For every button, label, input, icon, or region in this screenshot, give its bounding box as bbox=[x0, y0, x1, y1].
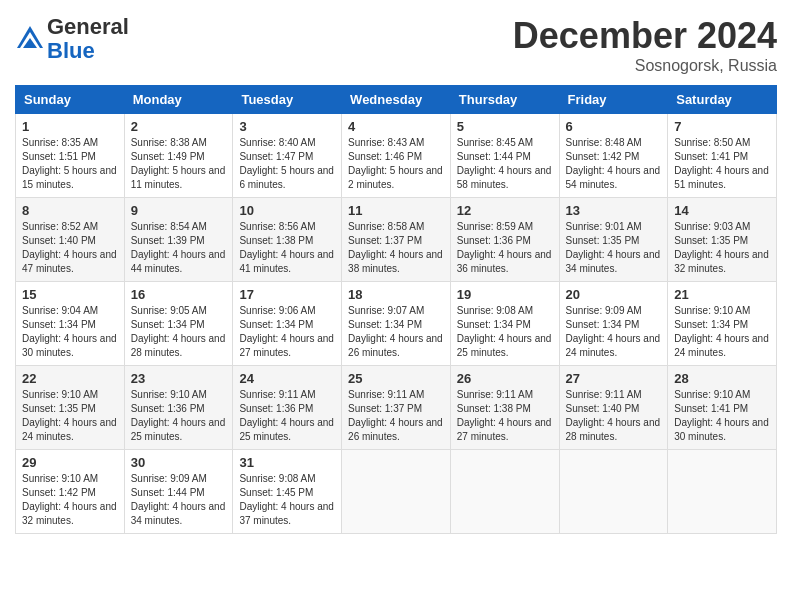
sunrise-label: Sunrise: 9:06 AM bbox=[239, 305, 315, 316]
sunrise-label: Sunrise: 8:35 AM bbox=[22, 137, 98, 148]
cell-content: Sunrise: 9:04 AM Sunset: 1:34 PM Dayligh… bbox=[22, 304, 118, 360]
daylight-label: Daylight: 5 hours and 15 minutes. bbox=[22, 165, 117, 190]
daylight-label: Daylight: 4 hours and 41 minutes. bbox=[239, 249, 334, 274]
daylight-label: Daylight: 4 hours and 44 minutes. bbox=[131, 249, 226, 274]
sunrise-label: Sunrise: 9:10 AM bbox=[131, 389, 207, 400]
calendar-cell: 7 Sunrise: 8:50 AM Sunset: 1:41 PM Dayli… bbox=[668, 114, 777, 198]
daylight-label: Daylight: 4 hours and 25 minutes. bbox=[131, 417, 226, 442]
calendar-cell bbox=[342, 450, 451, 534]
cell-content: Sunrise: 9:05 AM Sunset: 1:34 PM Dayligh… bbox=[131, 304, 227, 360]
calendar-cell: 15 Sunrise: 9:04 AM Sunset: 1:34 PM Dayl… bbox=[16, 282, 125, 366]
daylight-label: Daylight: 5 hours and 2 minutes. bbox=[348, 165, 443, 190]
cell-content: Sunrise: 9:03 AM Sunset: 1:35 PM Dayligh… bbox=[674, 220, 770, 276]
sunset-label: Sunset: 1:34 PM bbox=[566, 319, 640, 330]
cell-content: Sunrise: 9:10 AM Sunset: 1:42 PM Dayligh… bbox=[22, 472, 118, 528]
cell-content: Sunrise: 9:11 AM Sunset: 1:38 PM Dayligh… bbox=[457, 388, 553, 444]
calendar-cell: 16 Sunrise: 9:05 AM Sunset: 1:34 PM Dayl… bbox=[124, 282, 233, 366]
day-number: 27 bbox=[566, 371, 662, 386]
calendar-week-row: 22 Sunrise: 9:10 AM Sunset: 1:35 PM Dayl… bbox=[16, 366, 777, 450]
daylight-label: Daylight: 4 hours and 34 minutes. bbox=[131, 501, 226, 526]
sunset-label: Sunset: 1:35 PM bbox=[566, 235, 640, 246]
sunrise-label: Sunrise: 8:48 AM bbox=[566, 137, 642, 148]
sunrise-label: Sunrise: 9:09 AM bbox=[566, 305, 642, 316]
daylight-label: Daylight: 4 hours and 24 minutes. bbox=[566, 333, 661, 358]
sunset-label: Sunset: 1:36 PM bbox=[131, 403, 205, 414]
calendar-cell: 30 Sunrise: 9:09 AM Sunset: 1:44 PM Dayl… bbox=[124, 450, 233, 534]
logo-blue-text: Blue bbox=[47, 38, 95, 63]
day-number: 20 bbox=[566, 287, 662, 302]
calendar-cell: 28 Sunrise: 9:10 AM Sunset: 1:41 PM Dayl… bbox=[668, 366, 777, 450]
cell-content: Sunrise: 9:10 AM Sunset: 1:36 PM Dayligh… bbox=[131, 388, 227, 444]
daylight-label: Daylight: 4 hours and 54 minutes. bbox=[566, 165, 661, 190]
daylight-label: Daylight: 5 hours and 6 minutes. bbox=[239, 165, 334, 190]
day-number: 9 bbox=[131, 203, 227, 218]
calendar-cell bbox=[450, 450, 559, 534]
sunset-label: Sunset: 1:44 PM bbox=[457, 151, 531, 162]
cell-content: Sunrise: 9:09 AM Sunset: 1:34 PM Dayligh… bbox=[566, 304, 662, 360]
calendar-cell: 11 Sunrise: 8:58 AM Sunset: 1:37 PM Dayl… bbox=[342, 198, 451, 282]
calendar-cell: 14 Sunrise: 9:03 AM Sunset: 1:35 PM Dayl… bbox=[668, 198, 777, 282]
daylight-label: Daylight: 4 hours and 27 minutes. bbox=[239, 333, 334, 358]
cell-content: Sunrise: 9:11 AM Sunset: 1:36 PM Dayligh… bbox=[239, 388, 335, 444]
sunrise-label: Sunrise: 9:10 AM bbox=[22, 473, 98, 484]
calendar-cell: 12 Sunrise: 8:59 AM Sunset: 1:36 PM Dayl… bbox=[450, 198, 559, 282]
day-number: 12 bbox=[457, 203, 553, 218]
daylight-label: Daylight: 4 hours and 36 minutes. bbox=[457, 249, 552, 274]
sunset-label: Sunset: 1:34 PM bbox=[239, 319, 313, 330]
day-number: 24 bbox=[239, 371, 335, 386]
day-number: 22 bbox=[22, 371, 118, 386]
sunrise-label: Sunrise: 8:56 AM bbox=[239, 221, 315, 232]
daylight-label: Daylight: 4 hours and 51 minutes. bbox=[674, 165, 769, 190]
sunset-label: Sunset: 1:34 PM bbox=[131, 319, 205, 330]
weekday-header-wednesday: Wednesday bbox=[342, 86, 451, 114]
sunrise-label: Sunrise: 8:52 AM bbox=[22, 221, 98, 232]
calendar-cell: 25 Sunrise: 9:11 AM Sunset: 1:37 PM Dayl… bbox=[342, 366, 451, 450]
sunrise-label: Sunrise: 9:10 AM bbox=[674, 305, 750, 316]
weekday-header-monday: Monday bbox=[124, 86, 233, 114]
calendar-cell bbox=[668, 450, 777, 534]
sunrise-label: Sunrise: 9:08 AM bbox=[457, 305, 533, 316]
calendar-cell: 29 Sunrise: 9:10 AM Sunset: 1:42 PM Dayl… bbox=[16, 450, 125, 534]
cell-content: Sunrise: 9:11 AM Sunset: 1:37 PM Dayligh… bbox=[348, 388, 444, 444]
sunrise-label: Sunrise: 8:54 AM bbox=[131, 221, 207, 232]
logo-general-text: General bbox=[47, 14, 129, 39]
calendar-table: SundayMondayTuesdayWednesdayThursdayFrid… bbox=[15, 85, 777, 534]
daylight-label: Daylight: 4 hours and 30 minutes. bbox=[22, 333, 117, 358]
sunrise-label: Sunrise: 9:10 AM bbox=[674, 389, 750, 400]
daylight-label: Daylight: 4 hours and 37 minutes. bbox=[239, 501, 334, 526]
location: Sosnogorsk, Russia bbox=[513, 57, 777, 75]
calendar-cell bbox=[559, 450, 668, 534]
sunset-label: Sunset: 1:41 PM bbox=[674, 151, 748, 162]
calendar-cell: 31 Sunrise: 9:08 AM Sunset: 1:45 PM Dayl… bbox=[233, 450, 342, 534]
sunrise-label: Sunrise: 8:59 AM bbox=[457, 221, 533, 232]
cell-content: Sunrise: 9:10 AM Sunset: 1:34 PM Dayligh… bbox=[674, 304, 770, 360]
cell-content: Sunrise: 9:10 AM Sunset: 1:35 PM Dayligh… bbox=[22, 388, 118, 444]
day-number: 21 bbox=[674, 287, 770, 302]
daylight-label: Daylight: 4 hours and 30 minutes. bbox=[674, 417, 769, 442]
day-number: 11 bbox=[348, 203, 444, 218]
title-block: December 2024 Sosnogorsk, Russia bbox=[513, 15, 777, 75]
sunset-label: Sunset: 1:37 PM bbox=[348, 403, 422, 414]
calendar-cell: 4 Sunrise: 8:43 AM Sunset: 1:46 PM Dayli… bbox=[342, 114, 451, 198]
day-number: 18 bbox=[348, 287, 444, 302]
daylight-label: Daylight: 4 hours and 27 minutes. bbox=[457, 417, 552, 442]
day-number: 3 bbox=[239, 119, 335, 134]
sunset-label: Sunset: 1:40 PM bbox=[22, 235, 96, 246]
sunrise-label: Sunrise: 9:11 AM bbox=[239, 389, 315, 400]
cell-content: Sunrise: 9:08 AM Sunset: 1:34 PM Dayligh… bbox=[457, 304, 553, 360]
month-title: December 2024 bbox=[513, 15, 777, 57]
calendar-cell: 17 Sunrise: 9:06 AM Sunset: 1:34 PM Dayl… bbox=[233, 282, 342, 366]
calendar-cell: 13 Sunrise: 9:01 AM Sunset: 1:35 PM Dayl… bbox=[559, 198, 668, 282]
day-number: 29 bbox=[22, 455, 118, 470]
daylight-label: Daylight: 4 hours and 34 minutes. bbox=[566, 249, 661, 274]
cell-content: Sunrise: 8:43 AM Sunset: 1:46 PM Dayligh… bbox=[348, 136, 444, 192]
page-header: General Blue December 2024 Sosnogorsk, R… bbox=[15, 15, 777, 75]
sunset-label: Sunset: 1:34 PM bbox=[22, 319, 96, 330]
sunrise-label: Sunrise: 8:50 AM bbox=[674, 137, 750, 148]
calendar-cell: 5 Sunrise: 8:45 AM Sunset: 1:44 PM Dayli… bbox=[450, 114, 559, 198]
day-number: 30 bbox=[131, 455, 227, 470]
calendar-cell: 24 Sunrise: 9:11 AM Sunset: 1:36 PM Dayl… bbox=[233, 366, 342, 450]
calendar-cell: 9 Sunrise: 8:54 AM Sunset: 1:39 PM Dayli… bbox=[124, 198, 233, 282]
calendar-cell: 1 Sunrise: 8:35 AM Sunset: 1:51 PM Dayli… bbox=[16, 114, 125, 198]
daylight-label: Daylight: 4 hours and 24 minutes. bbox=[22, 417, 117, 442]
